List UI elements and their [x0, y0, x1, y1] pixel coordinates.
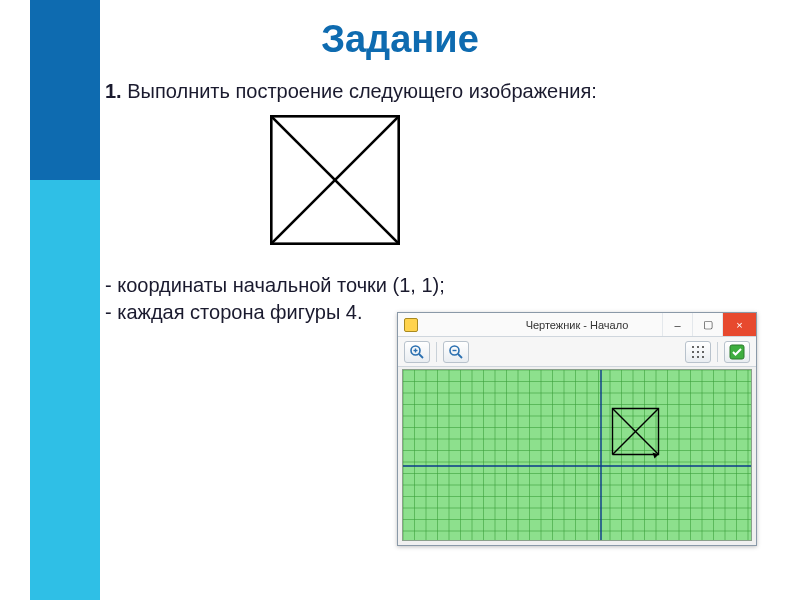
svg-point-18: [702, 356, 704, 358]
page-title: Задание: [0, 18, 800, 61]
svg-point-15: [702, 351, 704, 353]
task-bullets: - координаты начальной точки (1, 1); - к…: [105, 272, 445, 326]
close-button[interactable]: ×: [722, 313, 756, 336]
ok-button[interactable]: [724, 341, 750, 363]
grid-toggle-button[interactable]: [685, 341, 711, 363]
svg-line-4: [419, 354, 423, 358]
toolbar-separator: [436, 342, 437, 362]
app-icon: [404, 318, 418, 332]
svg-point-10: [692, 346, 694, 348]
zoom-out-button[interactable]: [443, 341, 469, 363]
toolbar: [398, 337, 756, 367]
svg-line-8: [458, 354, 462, 358]
app-window: Чертежник - Начало – ▢ ×: [397, 312, 757, 546]
maximize-button[interactable]: ▢: [692, 313, 722, 336]
figure-square-diagonals: [270, 115, 400, 245]
zoom-in-button[interactable]: [404, 341, 430, 363]
ok-icon: [729, 344, 745, 360]
slide: Задание 1. Выполнить построение следующе…: [0, 0, 800, 600]
bullet-side-length: - каждая сторона фигуры 4.: [105, 299, 445, 326]
svg-point-17: [697, 356, 699, 358]
svg-point-12: [702, 346, 704, 348]
task-intro: 1. Выполнить построение следующего изобр…: [105, 80, 597, 103]
drawing-canvas[interactable]: [402, 369, 752, 541]
bullet-start-point: - координаты начальной точки (1, 1);: [105, 272, 445, 299]
titlebar[interactable]: Чертежник - Начало – ▢ ×: [398, 313, 756, 337]
grid-icon: [691, 345, 705, 359]
canvas-svg: [403, 370, 752, 541]
svg-point-16: [692, 356, 694, 358]
svg-point-13: [692, 351, 694, 353]
svg-point-14: [697, 351, 699, 353]
svg-point-11: [697, 346, 699, 348]
zoom-out-icon: [448, 344, 464, 360]
window-buttons: – ▢ ×: [662, 313, 756, 336]
task-number: 1.: [105, 80, 122, 102]
decor-bar-cyan: [30, 180, 100, 600]
minimize-button[interactable]: –: [662, 313, 692, 336]
toolbar-separator: [717, 342, 718, 362]
zoom-in-icon: [409, 344, 425, 360]
task-text: Выполнить построение следующего изображе…: [127, 80, 597, 102]
